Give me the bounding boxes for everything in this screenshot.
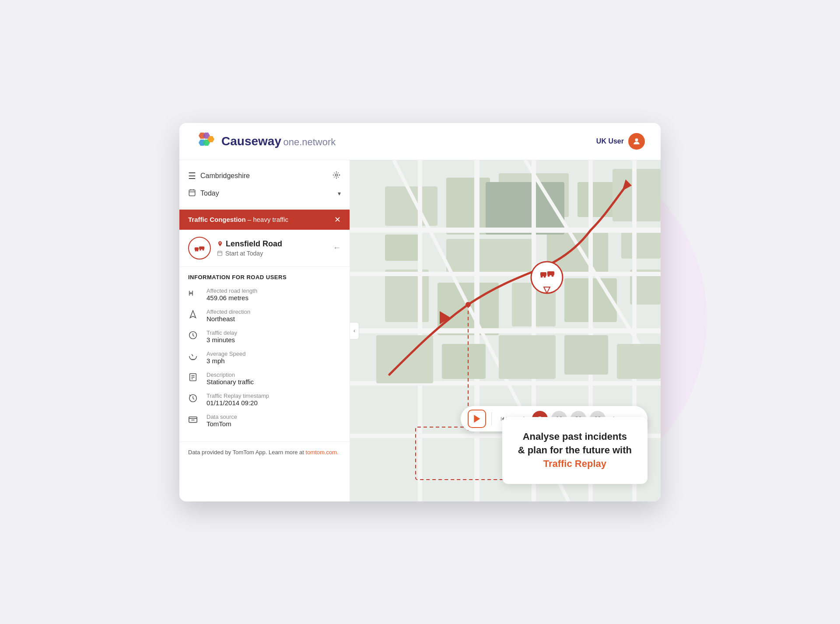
location-icon[interactable] bbox=[332, 171, 341, 182]
congestion-banner: Traffic Congestion – heavy traffic ✕ bbox=[179, 210, 350, 230]
logo-text: Causeway one.network bbox=[221, 134, 336, 148]
browser-window: Causeway one.network UK User bbox=[179, 123, 661, 501]
speed-icon bbox=[188, 351, 200, 363]
main-content: ☰ Cambridgeshire bbox=[179, 160, 661, 501]
sidebar: ☰ Cambridgeshire bbox=[179, 160, 350, 501]
svg-point-81 bbox=[548, 274, 550, 277]
banner-text: Traffic Congestion – heavy traffic bbox=[188, 216, 288, 223]
road-length-value: 459.06 metres bbox=[206, 294, 257, 301]
sidebar-collapse-button[interactable]: ‹ bbox=[350, 322, 359, 340]
svg-point-14 bbox=[195, 249, 197, 251]
calendar-icon bbox=[188, 189, 196, 199]
tooltip-highlight: Traffic Replay bbox=[543, 458, 606, 469]
svg-point-6 bbox=[336, 174, 338, 176]
map-area[interactable]: ‹ bbox=[350, 160, 661, 501]
svg-point-17 bbox=[203, 249, 204, 250]
delay-text: Traffic delay 3 minutes bbox=[206, 330, 237, 344]
sidebar-footer: Data provided by TomTom App. Learn more … bbox=[179, 442, 350, 463]
user-label: UK User bbox=[596, 137, 624, 145]
source-icon bbox=[188, 414, 200, 426]
date-text: Today bbox=[200, 189, 333, 197]
info-section: INFORMATION FOR ROAD USERS bbox=[179, 267, 350, 442]
svg-point-7 bbox=[333, 172, 339, 178]
speed-value: 3 mph bbox=[206, 357, 245, 365]
timestamp-value: 01/11/2014 09:20 bbox=[206, 399, 269, 407]
navbar: Causeway one.network UK User bbox=[179, 123, 661, 160]
location-name: Lensfield Road bbox=[217, 239, 327, 249]
svg-rect-12 bbox=[195, 247, 199, 250]
location-header: Lensfield Road Start at Today bbox=[179, 230, 350, 267]
svg-point-74 bbox=[466, 302, 471, 307]
speed-text: Average Speed 3 mph bbox=[206, 351, 245, 365]
svg-rect-40 bbox=[446, 178, 490, 235]
svg-rect-67 bbox=[442, 344, 486, 379]
location-start-date: Start at Today bbox=[217, 250, 327, 257]
description-label: Description bbox=[206, 372, 254, 378]
svg-point-80 bbox=[544, 275, 546, 277]
svg-rect-53 bbox=[486, 182, 564, 235]
delay-label: Traffic delay bbox=[206, 330, 237, 336]
banner-close-button[interactable]: ✕ bbox=[334, 215, 341, 224]
location-details: Lensfield Road Start at Today bbox=[217, 239, 327, 257]
replay-play-button[interactable] bbox=[468, 410, 486, 428]
user-avatar[interactable] bbox=[628, 133, 645, 150]
speed-label: Average Speed bbox=[206, 351, 245, 357]
region-text: Cambridgeshire bbox=[200, 172, 328, 180]
info-section-title: INFORMATION FOR ROAD USERS bbox=[188, 274, 341, 280]
timestamp-text: Traffic Replay timestamp 01/11/2014 09:2… bbox=[206, 393, 269, 407]
info-row-description: Description Stationary traffic bbox=[188, 372, 341, 386]
traffic-icon-circle bbox=[188, 237, 211, 259]
svg-point-15 bbox=[196, 249, 198, 251]
svg-rect-45 bbox=[446, 239, 534, 274]
info-row-timestamp: Traffic Replay timestamp 01/11/2014 09:2… bbox=[188, 393, 341, 407]
source-text: Data source TomTom bbox=[206, 414, 237, 428]
delay-value: 3 minutes bbox=[206, 336, 237, 344]
info-row-source: Data source TomTom bbox=[188, 414, 341, 428]
svg-rect-18 bbox=[218, 251, 222, 256]
svg-rect-68 bbox=[499, 335, 556, 379]
direction-icon bbox=[188, 309, 200, 321]
hamburger-icon[interactable]: ☰ bbox=[188, 171, 196, 181]
info-row-road-length: Affected road length 459.06 metres bbox=[188, 287, 341, 301]
direction-text: Affected direction Northeast bbox=[206, 308, 250, 323]
road-length-icon bbox=[188, 288, 200, 300]
tomtom-link[interactable]: tomtom.com. bbox=[306, 449, 339, 456]
source-value: TomTom bbox=[206, 420, 237, 428]
region-row: ☰ Cambridgeshire bbox=[188, 167, 341, 185]
svg-rect-35 bbox=[189, 417, 197, 422]
info-row-direction: Affected direction Northeast bbox=[188, 308, 341, 323]
svg-point-82 bbox=[552, 274, 554, 277]
svg-marker-84 bbox=[474, 415, 480, 422]
sidebar-top: ☰ Cambridgeshire bbox=[179, 160, 350, 210]
date-row[interactable]: Today ▾ bbox=[188, 185, 341, 202]
road-length-text: Affected road length 459.06 metres bbox=[206, 287, 257, 301]
svg-point-79 bbox=[541, 275, 543, 277]
delay-icon bbox=[188, 330, 200, 342]
svg-rect-77 bbox=[540, 272, 546, 276]
svg-rect-44 bbox=[385, 235, 420, 261]
info-row-speed: Average Speed 3 mph bbox=[188, 351, 341, 365]
chevron-down-icon: ▾ bbox=[338, 190, 341, 197]
svg-rect-13 bbox=[199, 246, 204, 249]
logo-icon bbox=[195, 131, 216, 152]
svg-point-5 bbox=[635, 138, 638, 141]
direction-value: Northeast bbox=[206, 315, 250, 323]
tooltip-text: Analyse past incidents & plan for the fu… bbox=[518, 430, 632, 470]
timestamp-label: Traffic Replay timestamp bbox=[206, 393, 269, 399]
road-length-label: Affected road length bbox=[206, 287, 257, 294]
description-value: Stationary traffic bbox=[206, 378, 254, 386]
logo-area: Causeway one.network bbox=[195, 131, 336, 152]
svg-rect-70 bbox=[617, 344, 661, 379]
replay-divider bbox=[491, 412, 492, 425]
direction-label: Affected direction bbox=[206, 308, 250, 315]
info-tooltip: Analyse past incidents & plan for the fu… bbox=[502, 417, 648, 484]
svg-point-16 bbox=[200, 249, 201, 250]
timestamp-icon bbox=[188, 393, 200, 405]
outer-wrapper: Causeway one.network UK User bbox=[158, 115, 682, 509]
back-arrow-button[interactable]: ← bbox=[333, 243, 341, 252]
svg-marker-27 bbox=[190, 310, 196, 318]
svg-rect-8 bbox=[189, 190, 195, 196]
svg-rect-69 bbox=[564, 335, 608, 375]
description-text: Description Stationary traffic bbox=[206, 372, 254, 386]
source-label: Data source bbox=[206, 414, 237, 420]
